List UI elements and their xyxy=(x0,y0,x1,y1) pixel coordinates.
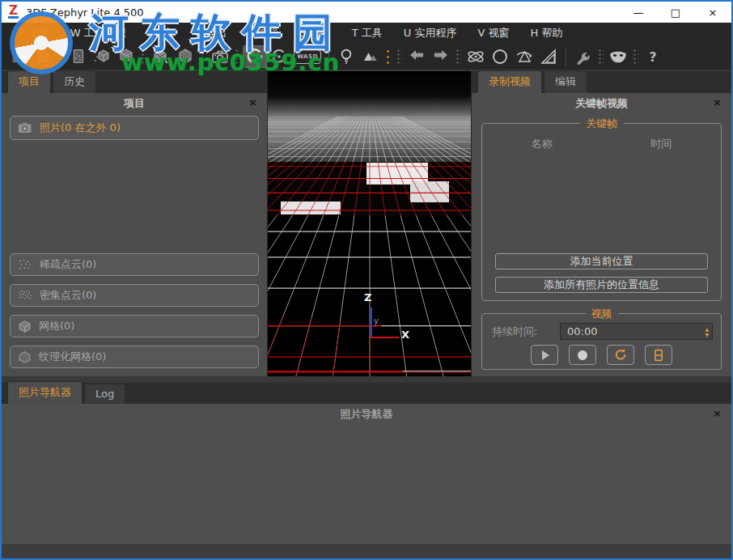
toolbar-drag-handle[interactable] xyxy=(598,49,604,65)
save-project-icon[interactable] xyxy=(31,45,55,68)
export-film-button[interactable] xyxy=(645,345,672,365)
y-axis-label: y xyxy=(374,316,379,325)
tab-record-video[interactable]: 录制视频 xyxy=(477,70,542,93)
help-icon[interactable]: ? xyxy=(641,45,665,68)
viewport-3d[interactable]: Z X y xyxy=(267,71,472,376)
textured-mesh-icon[interactable] xyxy=(173,45,197,68)
close-icon[interactable]: × xyxy=(713,97,722,108)
rotate-gizmo-icon[interactable] xyxy=(512,45,536,68)
toolbar-overflow-chevrons-icon[interactable] xyxy=(385,49,392,65)
tab-project[interactable]: 项目 xyxy=(7,70,51,93)
z-axis-line xyxy=(371,308,372,337)
video-panel: 录制视频 编辑 关键帧视频 × 关键帧 名称 时间 添加当前位置 添加所有照片的… xyxy=(472,71,731,376)
column-name: 名称 xyxy=(482,137,602,151)
dense-cloud-item-button[interactable]: 密集点云(0) xyxy=(10,284,259,307)
rotate-around-point-icon[interactable] xyxy=(267,45,291,68)
toolbar-drag-handle[interactable] xyxy=(455,49,461,65)
menu-item-tools[interactable]: T 工具 xyxy=(341,26,393,40)
video-panel-header: 关键帧视频 × xyxy=(472,93,731,114)
gizmo-orbit-icon[interactable] xyxy=(464,45,488,68)
dense-cloud-icon[interactable] xyxy=(114,45,138,68)
mesh-item-button[interactable]: 网格(0) xyxy=(10,315,259,337)
dense-cloud-item-label: 密集点云(0) xyxy=(40,288,96,303)
textured-cube-icon xyxy=(18,350,32,364)
camera-snapshot-icon[interactable] xyxy=(208,45,232,68)
toolbar-separator xyxy=(328,47,329,66)
close-icon[interactable]: × xyxy=(248,97,257,108)
add-current-position-button[interactable]: 添加当前位置 xyxy=(495,253,708,269)
reset-view-circle-icon[interactable] xyxy=(488,45,512,68)
maximize-button[interactable]: □ xyxy=(657,2,694,23)
right-tab-bar: 录制视频 编辑 xyxy=(472,71,731,93)
camera-icon xyxy=(18,121,32,134)
toolbar-drag-handle[interactable] xyxy=(235,49,240,65)
sparse-cloud-item-button[interactable]: 稀疏点云(0) xyxy=(10,253,259,276)
mask-icon[interactable] xyxy=(606,45,630,68)
triangles-icon[interactable] xyxy=(358,45,383,68)
tab-log[interactable]: Log xyxy=(84,384,125,404)
menu-item-workflow[interactable]: W 工作流程 xyxy=(60,26,137,40)
duration-label: 持续时间: xyxy=(492,325,560,339)
play-button[interactable] xyxy=(531,345,558,365)
menu-item-help[interactable]: H 帮助 xyxy=(519,26,573,40)
wasd-label: WASD xyxy=(294,49,321,64)
textured-mesh-item-button[interactable]: 纹理化网格(0) xyxy=(10,346,259,368)
wrench-icon[interactable] xyxy=(571,45,595,68)
toolbar-separator xyxy=(566,47,566,66)
close-icon[interactable]: × xyxy=(713,408,722,418)
new-project-icon[interactable] xyxy=(6,45,31,68)
wasd-mode-button[interactable]: WASD xyxy=(291,45,324,68)
window-controls: — □ × xyxy=(620,2,731,23)
bottom-tab-bar: 照片导航器 Log xyxy=(2,383,731,404)
mesh-extract-icon[interactable] xyxy=(149,45,173,68)
toolbar-drag-handle[interactable] xyxy=(633,49,638,65)
menu-item-edit[interactable]: E 编辑 xyxy=(237,26,289,40)
sparse-cloud-icon[interactable] xyxy=(90,45,114,68)
tab-edit[interactable]: 编辑 xyxy=(544,70,587,93)
tab-photo-navigator[interactable]: 照片导航器 xyxy=(7,381,83,404)
main-content: 项目 历史 项目 × 照片(0 在之外 0) 稀疏点云(0) xyxy=(2,71,731,376)
add-all-photos-positions-button[interactable]: 添加所有照片的位置信息 xyxy=(495,277,708,293)
minimize-button[interactable]: — xyxy=(620,2,657,23)
ruler-icon[interactable] xyxy=(536,45,561,68)
menu-item-file[interactable]: F 文件 xyxy=(8,26,60,40)
video-panel-title: 关键帧视频 xyxy=(575,96,628,111)
redo-icon[interactable] xyxy=(429,45,453,68)
title-bar: Z 3DF Zephyr Lite 4.500 — □ × xyxy=(2,2,731,23)
video-group: 视频 持续时间: 00:00 ▲▼ xyxy=(481,313,722,370)
menu-bar: F 文件 W 工作流程 I 导入 E 导出 E 编辑 S 场景 T 工具 U 实… xyxy=(2,23,731,44)
record-button[interactable] xyxy=(569,345,596,365)
photo-navigator-title: 照片导航器 xyxy=(341,407,393,422)
dense-points-icon xyxy=(18,289,32,302)
toolbar: WASD xyxy=(2,44,731,70)
toolbar-drag-handle[interactable] xyxy=(57,49,63,65)
photos-item-button[interactable]: 照片(0 在之外 0) xyxy=(10,116,259,140)
lightbulb-icon[interactable] xyxy=(334,45,358,68)
toolbar-drag-handle[interactable] xyxy=(141,49,146,65)
duration-spinbox[interactable]: 00:00 ▲▼ xyxy=(560,323,713,340)
duration-row: 持续时间: 00:00 ▲▼ xyxy=(492,323,713,340)
menu-item-scene[interactable]: S 场景 xyxy=(289,26,341,40)
loop-icon xyxy=(613,348,628,363)
toolbar-drag-handle[interactable] xyxy=(396,49,402,65)
spinner-arrows-icon[interactable]: ▲▼ xyxy=(701,327,712,337)
close-window-button[interactable]: × xyxy=(694,2,731,23)
duration-value: 00:00 xyxy=(567,325,597,337)
menu-item-utilities[interactable]: U 实用程序 xyxy=(393,26,468,40)
video-panel-spacer xyxy=(472,370,731,376)
left-tab-bar: 项目 历史 xyxy=(2,71,267,93)
menu-item-import[interactable]: I 导入 xyxy=(137,26,185,40)
tab-history[interactable]: 历史 xyxy=(53,70,96,93)
menu-item-view[interactable]: V 视窗 xyxy=(467,26,519,40)
project-panel-spacer xyxy=(2,140,267,253)
toolbar-separator xyxy=(202,47,203,66)
keyframes-group: 关键帧 名称 时间 添加当前位置 添加所有照片的位置信息 xyxy=(481,123,722,301)
keyframes-group-label: 关键帧 xyxy=(580,117,623,131)
menu-item-export[interactable]: E 导出 xyxy=(185,26,237,40)
orbit-mode-icon[interactable] xyxy=(243,45,267,68)
project-panel: 项目 历史 项目 × 照片(0 在之外 0) 稀疏点云(0) xyxy=(2,71,267,376)
undo-icon[interactable] xyxy=(405,45,429,68)
import-photos-icon[interactable] xyxy=(66,45,90,68)
loop-button[interactable] xyxy=(607,345,634,365)
mesh-item-label: 网格(0) xyxy=(39,319,74,333)
